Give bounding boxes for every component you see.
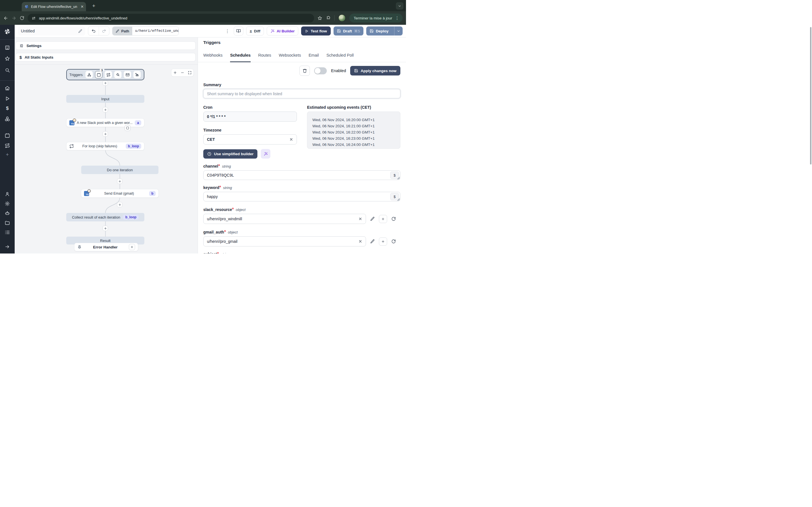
tab-websockets[interactable]: Websockets xyxy=(279,53,301,62)
draft-button[interactable]: Draft ⌘S xyxy=(334,26,363,36)
clear-resource-icon[interactable] xyxy=(357,238,363,244)
sidebar-item-create[interactable]: + xyxy=(6,152,9,158)
docs-button[interactable] xyxy=(234,26,243,36)
sidebar-item-schedules[interactable] xyxy=(5,133,10,138)
test-flow-button[interactable]: Test flow xyxy=(301,26,331,36)
add-resource-button[interactable] xyxy=(379,237,387,245)
browser-menu-icon[interactable]: ⋮ xyxy=(395,15,399,20)
windmill-logo-icon[interactable] xyxy=(4,28,11,35)
cron-input[interactable] xyxy=(203,112,297,122)
trigger-webhook-icon[interactable] xyxy=(86,71,93,78)
node-do-one-iteration[interactable]: Do one iteration xyxy=(81,166,158,174)
sidebar-item-user[interactable] xyxy=(5,191,10,197)
chrome-chevron-button[interactable] xyxy=(396,2,403,10)
trigger-scheduled-poll-icon[interactable] xyxy=(133,71,141,78)
add-step-button[interactable] xyxy=(103,131,108,136)
sidebar-item-search[interactable] xyxy=(5,68,10,73)
channel-input[interactable] xyxy=(203,170,400,180)
edit-name-icon[interactable] xyxy=(78,29,82,33)
sidebar-item-variables[interactable]: $ xyxy=(6,106,8,111)
refresh-resource-button[interactable] xyxy=(390,216,397,222)
back-icon[interactable] xyxy=(3,16,8,20)
node-send-email[interactable]: TS Send Email (gmail) b xyxy=(81,189,159,198)
zoom-in-button[interactable] xyxy=(171,69,179,76)
add-step-button[interactable] xyxy=(103,80,108,86)
trigger-schedule-icon[interactable]: 1 xyxy=(95,71,102,78)
sidebar-expand-icon[interactable] xyxy=(5,244,10,249)
simplified-builder-button[interactable]: Use simplified builder xyxy=(203,149,257,159)
node-collect-result[interactable]: Collect result of each iteration b_loop xyxy=(66,213,144,221)
flow-static-inputs-row[interactable]: $ All Static Inputs xyxy=(15,53,196,61)
clear-timezone-icon[interactable] xyxy=(289,136,294,142)
tab-scheduled-poll[interactable]: Scheduled Poll xyxy=(326,53,354,62)
tab-close-icon[interactable]: ✕ xyxy=(81,4,84,9)
browser-tab[interactable]: Edit Flow u/henri/effective_un ✕ xyxy=(22,2,86,11)
profile-avatar[interactable] xyxy=(338,14,346,22)
sidebar-item-routes[interactable] xyxy=(5,143,10,149)
resize-handle-icon[interactable] xyxy=(397,177,400,179)
site-settings-icon[interactable] xyxy=(32,16,36,20)
zoom-out-button[interactable] xyxy=(179,69,186,76)
sidebar-item-resources[interactable] xyxy=(5,116,10,122)
summary-input[interactable] xyxy=(203,89,400,98)
enabled-toggle[interactable] xyxy=(314,67,327,74)
sidebar-item-folders[interactable] xyxy=(5,220,10,226)
triggers-node[interactable]: Triggers 1 xyxy=(66,69,144,80)
add-resource-button[interactable] xyxy=(379,215,387,223)
tab-email[interactable]: Email xyxy=(308,53,319,62)
path-input[interactable]: u/henri/effective_undef xyxy=(132,27,179,35)
browser-update-button[interactable]: Terminer la mise à jour ⋮ xyxy=(349,13,403,22)
early-stop-button[interactable] xyxy=(124,125,131,131)
tab-webhooks[interactable]: Webhooks xyxy=(203,53,222,62)
sidebar-item-runs[interactable] xyxy=(5,96,10,101)
add-step-button[interactable] xyxy=(117,179,122,184)
keyword-input[interactable] xyxy=(203,192,400,202)
diff-button[interactable]: ± Diff xyxy=(246,26,264,36)
url-bar[interactable]: app.windmill.dev/flows/edit/u/henri/effe… xyxy=(28,14,314,22)
error-handler-node[interactable]: Error Handler xyxy=(74,243,138,251)
tab-schedules[interactable]: Schedules xyxy=(230,53,251,62)
flow-settings-row[interactable]: Settings xyxy=(15,41,196,50)
node-input[interactable]: Input xyxy=(66,95,144,103)
deploy-button[interactable]: Deploy xyxy=(366,26,403,36)
new-tab-button[interactable]: + xyxy=(92,3,95,8)
edit-resource-button[interactable] xyxy=(369,216,376,222)
flow-name-box[interactable]: Untitled xyxy=(18,26,85,36)
more-options-icon[interactable]: ⋮ xyxy=(224,29,231,34)
trigger-email-icon[interactable] xyxy=(124,71,131,78)
node-slack-step[interactable]: TS A new Slack post with a given wor... … xyxy=(66,118,144,127)
fit-view-button[interactable] xyxy=(186,69,193,76)
sidebar-item-workspace[interactable] xyxy=(5,45,10,50)
trigger-websocket-icon[interactable] xyxy=(114,71,121,78)
node-for-loop[interactable]: For loop (skip failures) b_loop xyxy=(66,142,144,151)
sidebar-item-workers[interactable] xyxy=(5,211,10,216)
clear-resource-icon[interactable] xyxy=(357,216,363,222)
reload-icon[interactable] xyxy=(20,16,24,20)
extensions-icon[interactable] xyxy=(326,16,331,20)
add-step-button[interactable] xyxy=(117,202,122,207)
redo-button[interactable] xyxy=(99,27,109,35)
delete-schedule-button[interactable] xyxy=(299,66,310,76)
sidebar-item-logs[interactable] xyxy=(5,230,10,235)
ai-cron-button[interactable] xyxy=(261,149,270,159)
add-step-button[interactable] xyxy=(103,226,108,231)
add-step-button[interactable] xyxy=(103,107,108,112)
tab-routes[interactable]: Routes xyxy=(258,53,271,62)
resize-handle-icon[interactable] xyxy=(397,198,400,201)
forward-icon[interactable] xyxy=(11,16,16,20)
refresh-resource-button[interactable] xyxy=(390,238,397,245)
trigger-route-icon[interactable] xyxy=(105,71,112,78)
ai-builder-button[interactable]: AI Builder xyxy=(267,26,298,36)
add-error-handler-button[interactable] xyxy=(129,244,135,250)
gmail-auth-input[interactable] xyxy=(203,236,366,246)
sidebar-item-settings[interactable] xyxy=(5,201,10,207)
deploy-main[interactable]: Deploy xyxy=(366,26,392,36)
slack-resource-input[interactable] xyxy=(203,214,366,224)
edit-resource-button[interactable] xyxy=(369,238,376,245)
sidebar-item-home[interactable] xyxy=(5,86,10,91)
apply-changes-button[interactable]: Apply changes now xyxy=(350,66,400,75)
path-badge[interactable]: Path xyxy=(112,27,132,35)
sidebar-item-favorites[interactable] xyxy=(5,56,10,61)
undo-button[interactable] xyxy=(88,27,99,35)
deploy-dropdown-button[interactable] xyxy=(394,26,403,36)
